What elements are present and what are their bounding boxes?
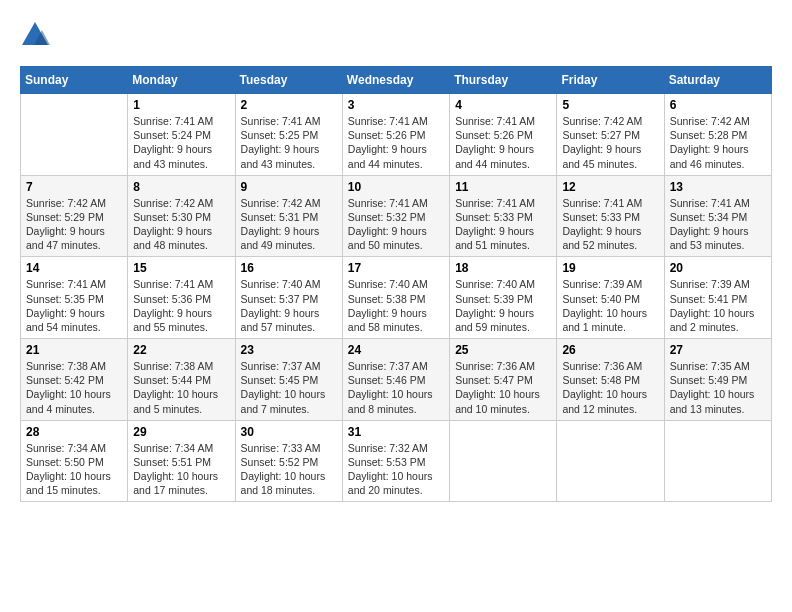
column-header-saturday: Saturday: [664, 67, 771, 94]
calendar-cell: 9Sunrise: 7:42 AM Sunset: 5:31 PM Daylig…: [235, 175, 342, 257]
calendar-cell: 14Sunrise: 7:41 AM Sunset: 5:35 PM Dayli…: [21, 257, 128, 339]
calendar-cell: [557, 420, 664, 502]
calendar-cell: 27Sunrise: 7:35 AM Sunset: 5:49 PM Dayli…: [664, 339, 771, 421]
calendar-cell: 1Sunrise: 7:41 AM Sunset: 5:24 PM Daylig…: [128, 94, 235, 176]
day-number: 29: [133, 425, 229, 439]
day-number: 27: [670, 343, 766, 357]
day-info: Sunrise: 7:42 AM Sunset: 5:30 PM Dayligh…: [133, 196, 229, 253]
day-info: Sunrise: 7:41 AM Sunset: 5:36 PM Dayligh…: [133, 277, 229, 334]
calendar-cell: [450, 420, 557, 502]
day-number: 11: [455, 180, 551, 194]
day-info: Sunrise: 7:41 AM Sunset: 5:34 PM Dayligh…: [670, 196, 766, 253]
day-info: Sunrise: 7:36 AM Sunset: 5:47 PM Dayligh…: [455, 359, 551, 416]
calendar-cell: 10Sunrise: 7:41 AM Sunset: 5:32 PM Dayli…: [342, 175, 449, 257]
calendar-week-1: 1Sunrise: 7:41 AM Sunset: 5:24 PM Daylig…: [21, 94, 772, 176]
calendar-cell: 18Sunrise: 7:40 AM Sunset: 5:39 PM Dayli…: [450, 257, 557, 339]
day-number: 13: [670, 180, 766, 194]
day-number: 24: [348, 343, 444, 357]
day-number: 15: [133, 261, 229, 275]
day-info: Sunrise: 7:37 AM Sunset: 5:46 PM Dayligh…: [348, 359, 444, 416]
calendar-cell: 23Sunrise: 7:37 AM Sunset: 5:45 PM Dayli…: [235, 339, 342, 421]
calendar-cell: [664, 420, 771, 502]
column-header-tuesday: Tuesday: [235, 67, 342, 94]
day-number: 1: [133, 98, 229, 112]
day-info: Sunrise: 7:34 AM Sunset: 5:51 PM Dayligh…: [133, 441, 229, 498]
day-info: Sunrise: 7:41 AM Sunset: 5:26 PM Dayligh…: [455, 114, 551, 171]
day-number: 17: [348, 261, 444, 275]
day-number: 20: [670, 261, 766, 275]
calendar-cell: 5Sunrise: 7:42 AM Sunset: 5:27 PM Daylig…: [557, 94, 664, 176]
day-number: 31: [348, 425, 444, 439]
calendar-week-2: 7Sunrise: 7:42 AM Sunset: 5:29 PM Daylig…: [21, 175, 772, 257]
day-info: Sunrise: 7:38 AM Sunset: 5:44 PM Dayligh…: [133, 359, 229, 416]
day-info: Sunrise: 7:38 AM Sunset: 5:42 PM Dayligh…: [26, 359, 122, 416]
day-number: 2: [241, 98, 337, 112]
day-info: Sunrise: 7:37 AM Sunset: 5:45 PM Dayligh…: [241, 359, 337, 416]
calendar-cell: 4Sunrise: 7:41 AM Sunset: 5:26 PM Daylig…: [450, 94, 557, 176]
day-info: Sunrise: 7:41 AM Sunset: 5:24 PM Dayligh…: [133, 114, 229, 171]
day-number: 21: [26, 343, 122, 357]
day-number: 26: [562, 343, 658, 357]
day-number: 8: [133, 180, 229, 194]
day-number: 23: [241, 343, 337, 357]
day-number: 22: [133, 343, 229, 357]
calendar-cell: [21, 94, 128, 176]
calendar-cell: 16Sunrise: 7:40 AM Sunset: 5:37 PM Dayli…: [235, 257, 342, 339]
day-info: Sunrise: 7:33 AM Sunset: 5:52 PM Dayligh…: [241, 441, 337, 498]
calendar-cell: 12Sunrise: 7:41 AM Sunset: 5:33 PM Dayli…: [557, 175, 664, 257]
calendar-week-5: 28Sunrise: 7:34 AM Sunset: 5:50 PM Dayli…: [21, 420, 772, 502]
day-info: Sunrise: 7:41 AM Sunset: 5:32 PM Dayligh…: [348, 196, 444, 253]
day-info: Sunrise: 7:41 AM Sunset: 5:26 PM Dayligh…: [348, 114, 444, 171]
column-header-thursday: Thursday: [450, 67, 557, 94]
calendar-cell: 13Sunrise: 7:41 AM Sunset: 5:34 PM Dayli…: [664, 175, 771, 257]
calendar-cell: 30Sunrise: 7:33 AM Sunset: 5:52 PM Dayli…: [235, 420, 342, 502]
day-info: Sunrise: 7:41 AM Sunset: 5:33 PM Dayligh…: [562, 196, 658, 253]
day-number: 9: [241, 180, 337, 194]
day-number: 14: [26, 261, 122, 275]
day-info: Sunrise: 7:41 AM Sunset: 5:25 PM Dayligh…: [241, 114, 337, 171]
day-info: Sunrise: 7:40 AM Sunset: 5:38 PM Dayligh…: [348, 277, 444, 334]
day-info: Sunrise: 7:36 AM Sunset: 5:48 PM Dayligh…: [562, 359, 658, 416]
column-header-friday: Friday: [557, 67, 664, 94]
day-info: Sunrise: 7:42 AM Sunset: 5:27 PM Dayligh…: [562, 114, 658, 171]
calendar-cell: 3Sunrise: 7:41 AM Sunset: 5:26 PM Daylig…: [342, 94, 449, 176]
calendar-cell: 19Sunrise: 7:39 AM Sunset: 5:40 PM Dayli…: [557, 257, 664, 339]
logo: [20, 20, 54, 50]
day-number: 30: [241, 425, 337, 439]
calendar-cell: 7Sunrise: 7:42 AM Sunset: 5:29 PM Daylig…: [21, 175, 128, 257]
day-number: 5: [562, 98, 658, 112]
day-number: 3: [348, 98, 444, 112]
calendar-cell: 28Sunrise: 7:34 AM Sunset: 5:50 PM Dayli…: [21, 420, 128, 502]
day-info: Sunrise: 7:42 AM Sunset: 5:28 PM Dayligh…: [670, 114, 766, 171]
day-info: Sunrise: 7:32 AM Sunset: 5:53 PM Dayligh…: [348, 441, 444, 498]
calendar-cell: 31Sunrise: 7:32 AM Sunset: 5:53 PM Dayli…: [342, 420, 449, 502]
day-info: Sunrise: 7:40 AM Sunset: 5:39 PM Dayligh…: [455, 277, 551, 334]
calendar-cell: 26Sunrise: 7:36 AM Sunset: 5:48 PM Dayli…: [557, 339, 664, 421]
calendar-cell: 8Sunrise: 7:42 AM Sunset: 5:30 PM Daylig…: [128, 175, 235, 257]
column-header-sunday: Sunday: [21, 67, 128, 94]
day-number: 16: [241, 261, 337, 275]
day-number: 25: [455, 343, 551, 357]
calendar-table: SundayMondayTuesdayWednesdayThursdayFrid…: [20, 66, 772, 502]
calendar-header-row: SundayMondayTuesdayWednesdayThursdayFrid…: [21, 67, 772, 94]
day-info: Sunrise: 7:39 AM Sunset: 5:41 PM Dayligh…: [670, 277, 766, 334]
calendar-week-4: 21Sunrise: 7:38 AM Sunset: 5:42 PM Dayli…: [21, 339, 772, 421]
day-info: Sunrise: 7:41 AM Sunset: 5:33 PM Dayligh…: [455, 196, 551, 253]
calendar-cell: 15Sunrise: 7:41 AM Sunset: 5:36 PM Dayli…: [128, 257, 235, 339]
day-number: 19: [562, 261, 658, 275]
day-number: 7: [26, 180, 122, 194]
day-number: 10: [348, 180, 444, 194]
page-header: [20, 20, 772, 50]
calendar-cell: 11Sunrise: 7:41 AM Sunset: 5:33 PM Dayli…: [450, 175, 557, 257]
day-info: Sunrise: 7:40 AM Sunset: 5:37 PM Dayligh…: [241, 277, 337, 334]
calendar-cell: 21Sunrise: 7:38 AM Sunset: 5:42 PM Dayli…: [21, 339, 128, 421]
column-header-wednesday: Wednesday: [342, 67, 449, 94]
day-number: 12: [562, 180, 658, 194]
logo-icon: [20, 20, 50, 50]
day-info: Sunrise: 7:39 AM Sunset: 5:40 PM Dayligh…: [562, 277, 658, 334]
calendar-cell: 22Sunrise: 7:38 AM Sunset: 5:44 PM Dayli…: [128, 339, 235, 421]
calendar-cell: 29Sunrise: 7:34 AM Sunset: 5:51 PM Dayli…: [128, 420, 235, 502]
day-number: 4: [455, 98, 551, 112]
calendar-cell: 6Sunrise: 7:42 AM Sunset: 5:28 PM Daylig…: [664, 94, 771, 176]
day-info: Sunrise: 7:34 AM Sunset: 5:50 PM Dayligh…: [26, 441, 122, 498]
